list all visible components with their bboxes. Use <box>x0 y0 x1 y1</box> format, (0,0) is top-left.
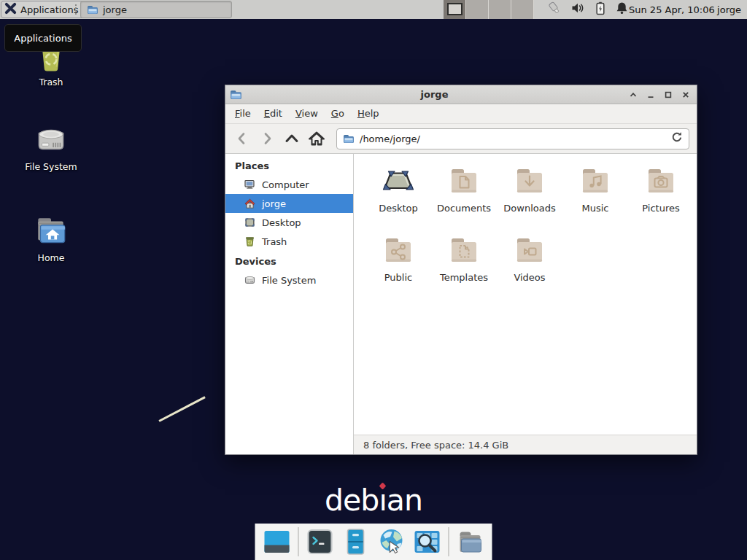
stylus-icon[interactable] <box>547 1 562 18</box>
reload-button[interactable] <box>671 131 683 146</box>
close-window-button[interactable] <box>679 88 692 101</box>
trash-icon <box>244 236 256 247</box>
hard-drive-icon <box>244 274 256 286</box>
file-item-label: Desktop <box>379 203 418 214</box>
menu-go[interactable]: Go <box>325 104 351 123</box>
sidebar-item-jorge[interactable]: jorge <box>225 194 353 213</box>
file-manager-folder-icon <box>457 528 484 556</box>
file-item-label: Templates <box>440 272 488 283</box>
folder-template-icon <box>446 233 481 268</box>
folder-camera-icon <box>643 163 678 198</box>
file-grid: Desktop Documents Downloads Music Pictur <box>354 154 697 435</box>
file-item-videos[interactable]: Videos <box>497 233 562 302</box>
desktop-icon <box>244 217 256 228</box>
dock <box>255 524 492 560</box>
battery-icon[interactable] <box>595 1 606 18</box>
file-item-pictures[interactable]: Pictures <box>628 163 694 233</box>
applications-tooltip: Applications <box>4 24 82 52</box>
sidebar-item-label: File System <box>262 275 316 286</box>
folder-music-icon <box>578 163 613 198</box>
file-item-label: Downloads <box>503 203 555 214</box>
desktop-icon-label: Home <box>38 252 65 263</box>
panel-clock[interactable]: Sun 25 Apr, 10:06 <box>629 0 715 19</box>
top-panel: Applications jorge Sun 25 Apr, 10:06 jor… <box>0 0 747 19</box>
sidebar-item-label: Trash <box>262 236 287 247</box>
file-item-templates[interactable]: Templates <box>431 233 497 302</box>
web-browser-button[interactable] <box>377 527 406 556</box>
show-desktop-icon <box>263 528 291 556</box>
file-manager-window: jorge File Edit View Go Help /home/jorge… <box>225 85 697 455</box>
back-button[interactable] <box>231 128 253 149</box>
file-item-label: Videos <box>514 272 545 283</box>
applications-menu-label: Applications <box>20 4 78 15</box>
window-titlebar[interactable]: jorge <box>225 85 697 104</box>
workspace-4[interactable] <box>511 0 534 19</box>
file-item-label: Public <box>384 272 412 283</box>
up-button[interactable] <box>281 128 303 149</box>
sidebar-item-desktop[interactable]: Desktop <box>225 213 353 232</box>
desktop-icon-home[interactable]: Home <box>7 212 95 263</box>
workspace-1[interactable] <box>444 0 466 19</box>
file-cabinet-button[interactable] <box>341 527 371 556</box>
desktop-icon-label: File System <box>25 161 77 172</box>
taskbar-window-button[interactable]: jorge <box>80 1 232 18</box>
window-title: jorge <box>242 89 627 100</box>
notifications-icon[interactable] <box>616 1 628 18</box>
desktop-icon-file-system[interactable]: File System <box>7 121 95 172</box>
home-folder-icon <box>32 212 70 250</box>
forward-button[interactable] <box>256 128 278 149</box>
home-button[interactable] <box>306 128 328 149</box>
menu-edit[interactable]: Edit <box>258 104 289 123</box>
folder-download-icon <box>512 163 547 198</box>
debian-logo: debıan <box>0 483 747 518</box>
file-item-downloads[interactable]: Downloads <box>497 163 562 233</box>
path-input[interactable]: /home/jorge/ <box>360 133 671 144</box>
path-bar[interactable]: /home/jorge/ <box>336 128 689 149</box>
sidebar-item-label: Desktop <box>262 217 301 228</box>
system-tray <box>547 0 628 19</box>
tooltip-text: Applications <box>14 33 71 44</box>
file-item-music[interactable]: Music <box>562 163 628 233</box>
sidebar-item-computer[interactable]: Computer <box>225 175 353 194</box>
workspace-switcher <box>444 0 534 19</box>
menubar: File Edit View Go Help <box>225 104 697 124</box>
file-item-public[interactable]: Public <box>365 233 431 302</box>
panel-handle[interactable] <box>75 4 78 15</box>
workspace-2[interactable] <box>466 0 489 19</box>
sidebar-item-label: jorge <box>262 198 286 209</box>
debian-logo-text: deb <box>325 483 379 518</box>
sidebar: Places Computer jorge Desktop Trash Devi… <box>225 154 354 454</box>
folder-video-icon <box>512 233 547 268</box>
sidebar-item-label: Computer <box>262 179 309 190</box>
show-desktop-button[interactable] <box>263 527 292 556</box>
menu-view[interactable]: View <box>289 104 325 123</box>
terminal-button[interactable] <box>306 527 335 556</box>
window-folder-icon <box>230 88 242 101</box>
file-item-documents[interactable]: Documents <box>431 163 497 233</box>
sidebar-item-trash[interactable]: Trash <box>225 232 353 251</box>
workspace-3[interactable] <box>489 0 511 19</box>
folder-share-icon <box>381 233 416 268</box>
file-item-label: Pictures <box>642 203 679 214</box>
terminal-icon <box>306 528 334 556</box>
minimize-window-button[interactable] <box>644 88 657 101</box>
applications-menu-button[interactable]: Applications <box>1 1 85 18</box>
statusbar: 8 folders, Free space: 14.4 GiB <box>354 435 697 454</box>
main-pane: Desktop Documents Downloads Music Pictur <box>354 154 697 454</box>
sidebar-header-devices: Devices <box>225 253 353 271</box>
file-item-label: Music <box>582 203 609 214</box>
xfce-logo-icon <box>4 2 17 18</box>
application-finder-button[interactable] <box>413 527 442 556</box>
sidebar-item-file-system[interactable]: File System <box>225 271 353 289</box>
dock-separator <box>449 527 449 556</box>
file-manager-button[interactable] <box>456 527 485 556</box>
window-content: Places Computer jorge Desktop Trash Devi… <box>225 153 697 454</box>
web-browser-icon <box>378 528 406 556</box>
volume-icon[interactable] <box>571 1 585 18</box>
menu-help[interactable]: Help <box>351 104 386 123</box>
folder-icon <box>87 4 98 15</box>
shade-window-button[interactable] <box>627 88 640 101</box>
maximize-window-button[interactable] <box>662 88 675 101</box>
file-item-desktop[interactable]: Desktop <box>365 163 431 233</box>
menu-file[interactable]: File <box>228 104 258 123</box>
